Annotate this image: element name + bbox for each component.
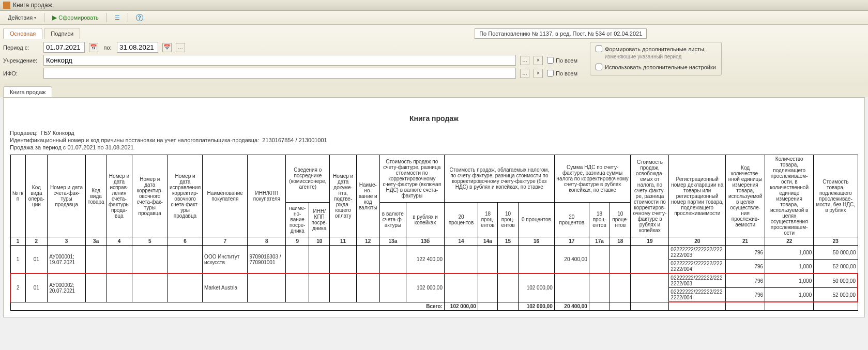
chevron-down-icon: ▾ xyxy=(34,16,36,20)
extra-sheets-label: Формировать дополнительные листы, xyxy=(605,46,706,52)
tab-main[interactable]: Основная xyxy=(3,28,42,39)
divider xyxy=(128,13,128,22)
extra-settings-checkbox[interactable] xyxy=(596,64,602,70)
report-area: Книга продаж Продавец: ГБУ Конкорд Идент… xyxy=(3,97,865,317)
org-label: Учреждение: xyxy=(3,57,39,64)
ifo-clear-button[interactable]: × xyxy=(534,69,543,78)
divider xyxy=(44,13,44,22)
ifo-input[interactable] xyxy=(43,68,516,79)
org-select-button[interactable]: … xyxy=(520,56,529,65)
help-icon: ? xyxy=(136,14,143,21)
toolbar: Действия ▾ ▶ Сформировать ☰ ? xyxy=(0,11,868,25)
table-row: 101АУ000001; 19.07.2021ООО Институт иску… xyxy=(10,246,858,260)
period-from-label: Период с: xyxy=(3,44,39,51)
help-button[interactable]: ? xyxy=(131,12,148,23)
seller-line: Продавец: ГБУ Конкорд xyxy=(10,130,858,136)
window-title-bar: Книга продаж xyxy=(0,0,868,11)
extra-sheets-sub: изменяющие указанный период xyxy=(605,54,716,59)
totals-row: Всего:102 000,00102 000,0020 400,00 xyxy=(10,302,858,310)
window-title: Книга продаж xyxy=(13,2,52,9)
extra-settings-label: Использовать дополнительные настройки xyxy=(605,64,716,70)
tab-sales-book[interactable]: Книга продаж xyxy=(3,86,52,97)
org-all-checkbox[interactable]: По всем xyxy=(547,57,577,64)
org-clear-button[interactable]: × xyxy=(534,56,543,65)
report-title: Книга продаж xyxy=(10,114,858,123)
form-button[interactable]: ▶ Сформировать xyxy=(48,12,103,23)
app-icon xyxy=(3,2,10,9)
content-tabs: Книга продаж xyxy=(0,84,868,97)
divider xyxy=(106,13,107,22)
org-input[interactable] xyxy=(43,55,516,66)
period-to-label: по: xyxy=(102,44,113,51)
period-from-input[interactable] xyxy=(43,42,85,53)
ifo-label: ИФО: xyxy=(3,70,39,77)
period-select-button[interactable]: … xyxy=(176,43,185,52)
play-icon: ▶ xyxy=(52,14,57,21)
id-line: Идентификационный номер и код причины по… xyxy=(10,137,858,143)
options-panel: Формировать дополнительные листы, изменя… xyxy=(590,42,722,75)
filter-panel: Основная Подписи По Постановлению № 1137… xyxy=(0,25,868,84)
actions-dropdown[interactable]: Действия ▾ xyxy=(3,12,41,23)
period-to-input[interactable] xyxy=(117,42,158,53)
settings-button[interactable]: ☰ xyxy=(110,12,125,23)
period-line: Продажа за период с 01.07.2021 по 31.08.… xyxy=(10,144,858,150)
calendar-icon[interactable]: 📅 xyxy=(162,43,172,52)
ifo-select-button[interactable]: … xyxy=(520,69,529,78)
tab-signatures[interactable]: Подписи xyxy=(44,28,80,39)
calendar-icon[interactable]: 📅 xyxy=(89,43,98,52)
table-row: 201АУ000002; 20.07.2021Market Austria102… xyxy=(10,273,858,288)
extra-sheets-checkbox[interactable] xyxy=(596,45,602,52)
settings-icon: ☰ xyxy=(115,14,120,21)
sales-book-table: № п/п Код вида опера­ции Номер и дата сч… xyxy=(10,155,858,311)
banner-info: По Постановлению № 1137, в ред. Пост. № … xyxy=(475,28,647,39)
ifo-all-checkbox[interactable]: По всем xyxy=(547,70,577,77)
